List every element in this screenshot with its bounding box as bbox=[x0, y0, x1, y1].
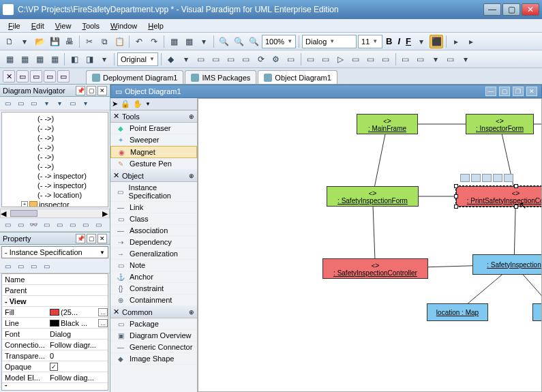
dropdown-icon[interactable]: ▾ bbox=[18, 35, 31, 48]
tool-c-icon[interactable]: ▦ bbox=[33, 52, 46, 66]
italic-button[interactable]: I bbox=[395, 36, 402, 46]
node-safetyctrl[interactable]: <>: SafetyInspectionController bbox=[322, 258, 428, 279]
nav-f7-icon[interactable]: ▭ bbox=[79, 220, 91, 230]
palette-item-containment[interactable]: ⊕Containment bbox=[110, 295, 197, 306]
selection-handle[interactable] bbox=[454, 194, 458, 198]
save-icon[interactable]: 💾 bbox=[48, 35, 61, 48]
nav-f4-icon[interactable]: ▭ bbox=[40, 220, 52, 230]
grid2-icon[interactable]: ▦ bbox=[182, 35, 196, 48]
t2f-icon[interactable]: ▭ bbox=[239, 52, 253, 66]
cut-icon[interactable]: ✂ bbox=[82, 35, 96, 48]
selection-handle[interactable] bbox=[514, 205, 518, 209]
tab-nav4-icon[interactable]: ▭ bbox=[57, 70, 70, 82]
tree-item[interactable]: (- ->) bbox=[3, 162, 106, 171]
property-row[interactable]: Opaque✓ bbox=[2, 361, 108, 372]
nav-f8-icon[interactable]: ▭ bbox=[92, 220, 104, 230]
canvas-close-icon[interactable]: ✕ bbox=[526, 87, 537, 96]
palette-category[interactable]: ✕Object⊕ bbox=[110, 170, 197, 182]
nav-tb7-icon[interactable]: ▾ bbox=[79, 98, 91, 109]
palette-item-generalization[interactable]: →Generalization bbox=[110, 248, 197, 260]
palette-item-constraint[interactable]: {}Constraint bbox=[110, 283, 197, 295]
menu-window[interactable]: Window bbox=[106, 20, 141, 31]
tool-e-icon[interactable]: ◧ bbox=[67, 52, 81, 66]
palette-item-note[interactable]: ▭Note bbox=[110, 260, 197, 271]
zoom-combo[interactable]: 100%▼ bbox=[262, 35, 296, 48]
selection-handle[interactable] bbox=[454, 184, 458, 188]
t4d-icon[interactable]: ▭ bbox=[444, 52, 457, 66]
t2d-icon[interactable]: ▭ bbox=[209, 52, 223, 66]
t2a-icon[interactable]: ◆ bbox=[164, 52, 178, 66]
tab-object-diagram1[interactable]: Object Diagram1 bbox=[258, 70, 337, 84]
canvas-max-icon[interactable]: ▢ bbox=[499, 87, 510, 96]
close-button[interactable]: ✕ bbox=[522, 3, 539, 16]
node-safetyinsp[interactable]: : SafetyInspection bbox=[472, 254, 542, 275]
nav-f2-icon[interactable]: ▭ bbox=[14, 220, 27, 230]
node-printctrl[interactable]: <>: PrintSafetyInspectionController bbox=[456, 186, 542, 207]
t4c-icon[interactable]: ▾ bbox=[429, 52, 442, 66]
palette-item-magnet[interactable]: ◉Magnet bbox=[110, 146, 197, 158]
tree-item[interactable]: (- -> inspector) bbox=[3, 181, 106, 190]
tool-a-icon[interactable]: ▦ bbox=[3, 52, 16, 66]
navigator-pin-icon[interactable]: 📌 bbox=[76, 86, 85, 95]
original-combo[interactable]: Original▼ bbox=[117, 52, 158, 66]
menu-view[interactable]: View bbox=[51, 20, 76, 31]
tool-g-icon[interactable]: ▾ bbox=[97, 52, 111, 66]
palette-item-package[interactable]: ▭Package bbox=[110, 318, 197, 330]
tab-ims-packages[interactable]: IMS Packages bbox=[185, 70, 256, 84]
tree-item[interactable]: (- ->) bbox=[3, 133, 106, 142]
tab-nav2-icon[interactable]: ▭ bbox=[30, 70, 42, 82]
palette-item-dependency[interactable]: ⇢Dependency bbox=[110, 237, 197, 248]
t3e-icon[interactable]: ▭ bbox=[364, 52, 378, 66]
diagram-canvas[interactable]: <>: MainFrame<>: InspectorForm<>: Inspec… bbox=[198, 98, 542, 392]
nav-f3-icon[interactable]: 👓 bbox=[27, 220, 40, 230]
tree-item[interactable]: (- ->) bbox=[3, 142, 106, 152]
palette-item-association[interactable]: —Association bbox=[110, 225, 197, 237]
tree-item[interactable]: (- -> location) bbox=[3, 190, 106, 200]
t2h-icon[interactable]: ⚙ bbox=[269, 52, 283, 66]
nav-f1-icon[interactable]: ▭ bbox=[1, 220, 14, 230]
tree-item[interactable]: (- ->) bbox=[3, 123, 106, 133]
t3f-icon[interactable]: ▭ bbox=[379, 52, 393, 66]
highlight-button[interactable]: ⬛ bbox=[430, 35, 443, 48]
property-row[interactable]: FontDialog bbox=[2, 329, 108, 340]
nav-tb5-icon[interactable]: ▾ bbox=[53, 98, 65, 109]
prop-tb4-icon[interactable]: ▭ bbox=[40, 261, 52, 272]
tab-nav1-icon[interactable]: ▭ bbox=[16, 70, 29, 82]
t3d-icon[interactable]: ▭ bbox=[349, 52, 363, 66]
copy-icon[interactable]: ⧉ bbox=[97, 35, 111, 48]
tool-b-icon[interactable]: ▦ bbox=[18, 52, 31, 66]
zoom-out-icon[interactable]: 🔍 bbox=[217, 35, 230, 48]
property-grid[interactable]: NameParent- ViewFill(25......LineBlack .… bbox=[1, 273, 108, 391]
palette-item-point-eraser[interactable]: ◆Point Eraser bbox=[110, 123, 197, 134]
palette-item-generic-connector[interactable]: —Generic Connector bbox=[110, 342, 197, 353]
navigator-hscroll[interactable]: ◀▶ bbox=[0, 209, 110, 218]
property-pin-icon[interactable]: 📌 bbox=[76, 234, 85, 243]
more2-icon[interactable]: ▸ bbox=[464, 35, 478, 48]
canvas-restore-icon[interactable]: ❐ bbox=[513, 87, 524, 96]
nav-f5-icon[interactable]: ▭ bbox=[53, 220, 65, 230]
more1-icon[interactable]: ▸ bbox=[449, 35, 463, 48]
t3b-icon[interactable]: ▭ bbox=[319, 52, 333, 66]
tab-close-icon[interactable]: ✕ bbox=[3, 70, 15, 82]
tab-nav3-icon[interactable]: ▭ bbox=[44, 70, 56, 82]
prop-tb3-icon[interactable]: ▭ bbox=[27, 261, 40, 272]
nav-tb6-icon[interactable]: ▭ bbox=[66, 98, 78, 109]
t4e-icon[interactable]: ▾ bbox=[459, 52, 472, 66]
nav-tb3-icon[interactable]: ▭ bbox=[27, 98, 40, 109]
new-icon[interactable]: 🗋 bbox=[3, 35, 16, 48]
dropdown2-icon[interactable]: ▾ bbox=[197, 35, 211, 48]
t2g-icon[interactable]: ⟳ bbox=[254, 52, 268, 66]
t2i-icon[interactable]: ▭ bbox=[284, 52, 298, 66]
tree-item[interactable]: (- ->) bbox=[3, 152, 106, 162]
property-row[interactable]: Fill(25...... bbox=[2, 307, 108, 318]
t3a-icon[interactable]: ▭ bbox=[304, 52, 318, 66]
undo-icon[interactable]: ↶ bbox=[132, 35, 146, 48]
navigator-tree[interactable]: (- ->)(- ->)(- ->)(- ->)(- ->)(- ->)(- -… bbox=[1, 112, 108, 207]
tree-item[interactable]: (- ->) bbox=[3, 114, 106, 123]
bold-button[interactable]: B bbox=[384, 36, 394, 46]
tool-dd-icon[interactable]: ▼ bbox=[145, 101, 151, 107]
node-mainframe[interactable]: <>: MainFrame bbox=[357, 114, 418, 134]
font-size-combo[interactable]: 11▼ bbox=[358, 35, 382, 48]
property-row[interactable]: LineBlack ...... bbox=[2, 318, 108, 329]
palette-item-class[interactable]: ▭Class bbox=[110, 213, 197, 225]
